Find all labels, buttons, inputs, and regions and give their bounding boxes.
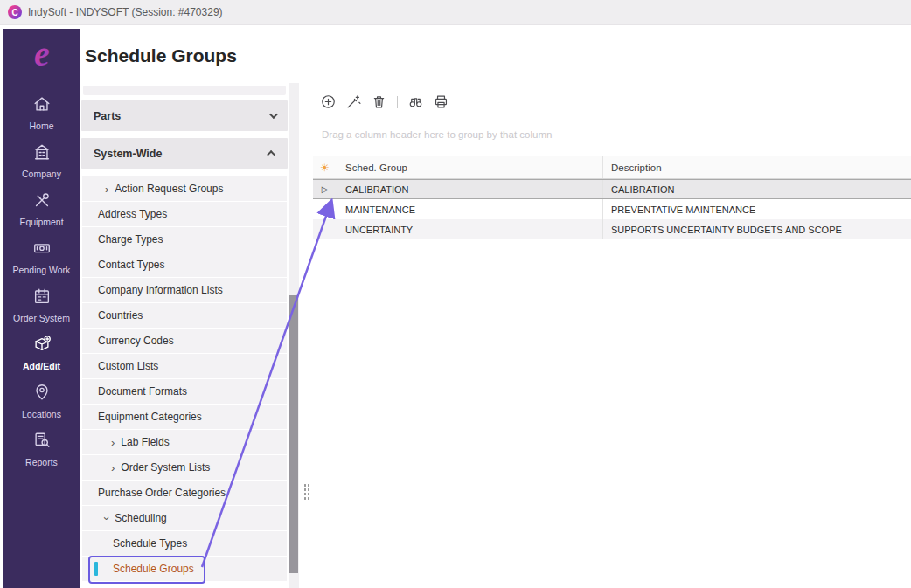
grid-row-calibration[interactable]: ▷ CALIBRATION CALIBRATION xyxy=(313,179,911,199)
nav-item-label: Countries xyxy=(98,309,143,322)
grid-row-uncertainty[interactable]: UNCERTAINTY SUPPORTS UNCERTAINTY BUDGETS… xyxy=(313,219,911,239)
order-system-icon xyxy=(32,287,52,309)
nav-item-custom-lists[interactable]: Custom Lists xyxy=(82,354,287,378)
sidebar-item-add-edit[interactable]: Add/Edit xyxy=(3,329,80,377)
nav-section-parts[interactable]: Parts xyxy=(81,100,288,131)
sidebar-item-label: Pending Work xyxy=(13,266,71,275)
sidebar-item-company[interactable]: Company xyxy=(3,136,80,184)
expand-icon: › xyxy=(111,462,115,474)
sidebar-item-label: Locations xyxy=(22,410,61,419)
add-edit-icon xyxy=(32,335,52,357)
sun-icon: ☀ xyxy=(320,163,330,173)
nav-item-lab-fields[interactable]: › Lab Fields xyxy=(82,430,287,454)
current-row-arrow-icon: ▷ xyxy=(322,184,329,194)
page-title: Schedule Groups xyxy=(85,45,237,66)
equipment-icon xyxy=(32,190,52,213)
expand-icon: › xyxy=(111,437,115,448)
grid-customize-header[interactable]: ☀ xyxy=(313,156,337,178)
schedule-groups-panel: Drag a column header here to group by th… xyxy=(313,83,911,588)
locations-icon xyxy=(32,383,52,405)
chevron-up-icon xyxy=(267,150,275,159)
sidebar-item-equipment[interactable]: Equipment xyxy=(3,184,80,232)
nav-scrollbar-thumb[interactable] xyxy=(289,295,298,573)
nav-section-system-wide[interactable]: System-Wide xyxy=(81,138,288,169)
section-label: System-Wide xyxy=(94,148,162,160)
indysoft-logo: e xyxy=(23,36,61,78)
row-indicator: ▷ xyxy=(313,180,337,198)
nav-item-currency-codes[interactable]: Currency Codes xyxy=(82,329,287,353)
grid-toolbar xyxy=(320,93,449,110)
pending-work-icon xyxy=(32,239,52,261)
cell-sched-group: MAINTENANCE xyxy=(337,199,603,219)
nav-item-scheduling[interactable]: › Scheduling xyxy=(82,506,287,530)
delete-button[interactable] xyxy=(371,93,387,110)
cell-description: PREVENTATIVE MAINTENANCE xyxy=(603,199,911,219)
sidebar-item-label: Reports xyxy=(25,458,58,467)
splitter-grip-icon[interactable] xyxy=(303,483,310,502)
grid-row-maintenance[interactable]: MAINTENANCE PREVENTATIVE MAINTENANCE xyxy=(313,199,911,219)
sidebar-item-label: Home xyxy=(29,121,53,131)
nav-item-label: Document Formats xyxy=(98,385,187,398)
nav-item-label: Order System Lists xyxy=(121,461,210,474)
cell-description: CALIBRATION xyxy=(603,180,911,198)
row-indicator xyxy=(313,199,337,219)
nav-item-schedule-groups[interactable]: Schedule Groups xyxy=(82,557,287,581)
nav-item-document-formats[interactable]: Document Formats xyxy=(82,379,287,404)
nav-scrollbar[interactable] xyxy=(289,83,299,588)
system-wide-tree: › Action Request Groups Address Types Ch… xyxy=(80,176,289,581)
grid-header-row: ☀ Sched. Group Description xyxy=(313,156,911,179)
panel-splitter[interactable] xyxy=(299,83,313,588)
print-button[interactable] xyxy=(433,93,449,110)
sidebar-item-label: Company xyxy=(22,169,61,179)
svg-text:e: e xyxy=(34,36,50,73)
nav-item-charge-types[interactable]: Charge Types xyxy=(82,227,287,252)
sidebar-item-label: Equipment xyxy=(19,218,63,227)
sidebar-item-reports[interactable]: Reports xyxy=(3,425,80,473)
reports-icon xyxy=(32,431,52,453)
chevron-down-icon xyxy=(269,110,278,119)
nav-item-action-request-groups[interactable]: › Action Request Groups xyxy=(82,176,287,201)
column-header-sched-group[interactable]: Sched. Group xyxy=(337,156,603,178)
nav-item-contact-types[interactable]: Contact Types xyxy=(82,252,287,277)
settings-nav-panel: Parts System-Wide › Action Request Group… xyxy=(80,83,289,588)
cell-sched-group: UNCERTAINTY xyxy=(337,219,603,239)
edit-wand-button[interactable] xyxy=(345,93,362,110)
add-button[interactable] xyxy=(320,93,337,110)
nav-item-address-types[interactable]: Address Types xyxy=(82,202,287,226)
nav-item-label: Equipment Categories xyxy=(98,411,202,423)
cell-description: SUPPORTS UNCERTAINTY BUDGETS AND SCOPE xyxy=(603,219,911,239)
expand-icon: › xyxy=(105,183,108,195)
sidebar-item-home[interactable]: Home xyxy=(3,88,80,136)
column-header-description[interactable]: Description xyxy=(603,156,911,178)
sidebar-item-order-system[interactable]: Order System xyxy=(3,280,80,329)
find-button[interactable] xyxy=(407,93,424,110)
sidebar-item-locations[interactable]: Locations xyxy=(3,377,80,425)
sidebar-item-pending-work[interactable]: Pending Work xyxy=(3,232,80,280)
nav-item-label: Contact Types xyxy=(98,259,165,271)
sidebar-item-label: Add/Edit xyxy=(23,362,60,371)
nav-item-order-system-lists[interactable]: › Order System Lists xyxy=(82,455,287,480)
nav-item-label: Address Types xyxy=(98,208,167,220)
home-icon xyxy=(32,94,52,117)
company-icon xyxy=(32,142,52,165)
nav-item-label: Charge Types xyxy=(98,233,163,246)
nav-item-label: Scheduling xyxy=(115,512,166,524)
row-indicator xyxy=(313,219,337,239)
group-by-hint: Drag a column header here to group by th… xyxy=(322,129,552,140)
schedule-groups-grid: ☀ Sched. Group Description ▷ CALIBRATION… xyxy=(313,156,911,239)
nav-item-label: Company Information Lists xyxy=(98,284,223,296)
nav-item-label: Purchase Order Categories xyxy=(98,487,226,499)
nav-item-label: Action Request Groups xyxy=(115,183,223,195)
nav-item-company-information-lists[interactable]: Company Information Lists xyxy=(82,278,287,302)
collapse-icon: › xyxy=(101,516,113,520)
nav-item-purchase-order-categories[interactable]: Purchase Order Categories xyxy=(82,481,287,505)
toolbar-separator xyxy=(397,96,398,108)
nav-item-label: Schedule Groups xyxy=(113,563,194,575)
window-title: IndySoft - INDYSOFT (Session: #470329) xyxy=(28,6,223,18)
nav-item-label: Schedule Types xyxy=(113,537,187,550)
nav-item-schedule-types[interactable]: Schedule Types xyxy=(82,531,287,556)
nav-item-countries[interactable]: Countries xyxy=(82,303,287,328)
app-logo-icon: C xyxy=(8,5,22,19)
nav-scroll-strip[interactable] xyxy=(83,86,286,95)
nav-item-equipment-categories[interactable]: Equipment Categories xyxy=(82,405,287,429)
